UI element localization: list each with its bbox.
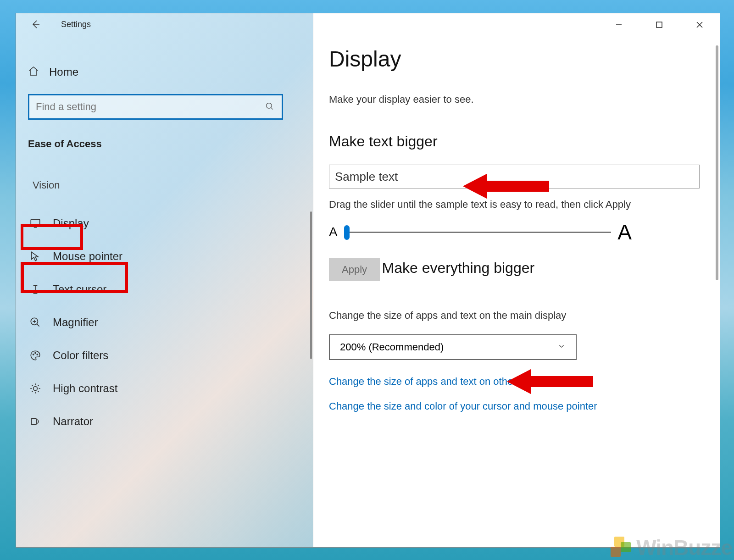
slider-thumb[interactable]: [344, 225, 350, 240]
display-scale-dropdown[interactable]: 200% (Recommended): [329, 334, 577, 360]
sidebar-item-label: Narrator: [53, 415, 93, 428]
svg-rect-8: [656, 22, 662, 28]
titlebar-left: Settings: [16, 13, 313, 35]
minimize-button[interactable]: [599, 13, 639, 36]
link-cursor-pointer[interactable]: Change the size and color of your cursor…: [329, 400, 720, 412]
settings-window: Settings Home Ease of Access Vision Disp…: [16, 13, 720, 548]
sidebar-item-label: Color filters: [53, 349, 108, 362]
svg-rect-1: [31, 219, 40, 225]
dropdown-selected-value: 200% (Recommended): [340, 341, 444, 353]
sidebar-item-text-cursor[interactable]: Text cursor: [16, 273, 313, 306]
sidebar-item-high-contrast[interactable]: High contrast: [16, 372, 313, 405]
maximize-icon: [656, 21, 663, 28]
sidebar: Settings Home Ease of Access Vision Disp…: [16, 13, 313, 547]
watermark: WinBuzze: [609, 535, 732, 560]
svg-point-4: [35, 353, 36, 354]
cursor-icon: [28, 250, 43, 262]
svg-point-5: [37, 354, 38, 355]
slider-label-small-a: A: [329, 225, 338, 239]
maximize-button[interactable]: [639, 13, 679, 36]
window-controls: [599, 13, 720, 36]
magnifier-icon: [28, 316, 43, 328]
back-button[interactable]: [28, 17, 44, 32]
watermark-text: WinBuzze: [636, 535, 732, 560]
close-button[interactable]: [679, 13, 720, 36]
text-size-slider[interactable]: [344, 232, 612, 233]
close-icon: [696, 21, 703, 28]
sidebar-subcategory-vision[interactable]: Vision: [28, 177, 65, 194]
chevron-down-icon: [557, 341, 566, 353]
main-content: Display Make your display easier to see.…: [313, 13, 720, 412]
scale-description: Change the size of apps and text on the …: [329, 310, 720, 322]
slider-label-big-a: A: [617, 220, 632, 244]
arrow-left-icon: [30, 19, 41, 30]
sidebar-item-display[interactable]: Display: [16, 207, 313, 240]
sidebar-home-label: Home: [49, 66, 78, 78]
sidebar-item-mouse-pointer[interactable]: Mouse pointer: [16, 240, 313, 273]
main-scrollbar[interactable]: [716, 45, 718, 280]
text-cursor-icon: [28, 283, 43, 295]
home-icon: [28, 66, 40, 78]
search-wrap: [28, 94, 283, 120]
svg-point-3: [33, 354, 34, 355]
svg-point-0: [267, 103, 272, 109]
app-title: Settings: [61, 20, 91, 29]
palette-icon: [28, 349, 43, 361]
sidebar-section-title: Ease of Access: [28, 138, 313, 150]
sidebar-home[interactable]: Home: [16, 58, 313, 86]
sidebar-item-label: Text cursor: [53, 283, 106, 296]
monitor-icon: [28, 217, 43, 229]
sidebar-item-narrator[interactable]: Narrator: [16, 405, 313, 438]
narrator-icon: [28, 416, 43, 427]
svg-point-6: [33, 387, 38, 391]
sidebar-scrollbar[interactable]: [310, 211, 312, 359]
sidebar-nav-list: Display Mouse pointer Text cursor Magnif…: [16, 207, 313, 438]
sidebar-item-label: Magnifier: [53, 316, 98, 329]
minimize-icon: [615, 21, 623, 28]
sidebar-item-color-filters[interactable]: Color filters: [16, 339, 313, 372]
sample-text-preview: Sample text: [329, 165, 700, 189]
sidebar-item-magnifier[interactable]: Magnifier: [16, 306, 313, 339]
section-make-everything-bigger: Make everything bigger: [382, 260, 535, 277]
link-other-displays[interactable]: Change the size of apps and text on othe…: [329, 376, 720, 388]
svg-rect-7: [31, 419, 36, 425]
page-title: Display: [329, 46, 720, 72]
search-box[interactable]: [28, 94, 283, 120]
search-input[interactable]: [36, 101, 265, 113]
page-subtitle: Make your display easier to see.: [329, 94, 720, 105]
sidebar-item-label: Display: [53, 217, 89, 230]
sidebar-item-label: High contrast: [53, 382, 117, 395]
slider-hint: Drag the slider until the sample text is…: [329, 199, 720, 211]
sidebar-item-label: Mouse pointer: [53, 250, 122, 263]
section-make-text-bigger: Make text bigger: [329, 133, 438, 150]
main-panel: Display Make your display easier to see.…: [313, 13, 720, 547]
brightness-icon: [28, 383, 43, 394]
text-size-slider-row: A A: [329, 220, 632, 244]
apply-button[interactable]: Apply: [329, 258, 380, 281]
search-icon: [265, 102, 275, 112]
watermark-logo-icon: [609, 537, 633, 559]
